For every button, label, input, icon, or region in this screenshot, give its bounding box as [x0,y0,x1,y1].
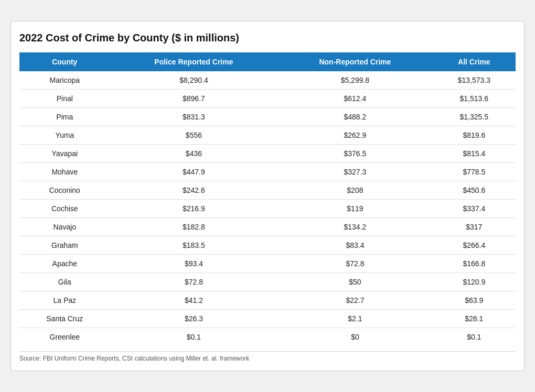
main-container: 2022 Cost of Crime by County ($ in milli… [10,21,525,371]
cell-police: $8,290.4 [110,71,278,90]
cell-police: $182.8 [110,218,278,236]
cell-all: $63.9 [433,291,516,310]
table-row: Yuma$556$262.9$819.6 [19,126,516,145]
cell-police: $242.6 [110,181,278,200]
cell-county: La Paz [19,291,110,310]
cell-nonreported: $376.5 [277,145,432,163]
cell-all: $778.5 [433,163,516,181]
col-header-all: All Crime [433,52,516,71]
cell-all: $1,513.6 [433,90,516,108]
cell-nonreported: $22.7 [277,291,432,310]
cell-police: $216.9 [110,200,278,218]
cell-police: $556 [110,126,278,145]
cell-police: $436 [110,145,278,163]
cell-county: Graham [19,236,110,255]
cell-county: Santa Cruz [19,310,110,328]
cell-county: Apache [19,255,110,273]
cell-nonreported: $262.9 [277,126,432,145]
table-row: Maricopa$8,290.4$5,299.8$13,573.3 [19,71,516,90]
cell-all: $337.4 [433,200,516,218]
cell-county: Navajo [19,218,110,236]
cell-all: $815.4 [433,145,516,163]
table-row: Mohave$447.9$327.3$778.5 [19,163,516,181]
cell-police: $93.4 [110,255,278,273]
table-row: Santa Cruz$26.3$2.1$28.1 [19,310,516,328]
table-row: Greenlee$0.1$0$0.1 [19,328,516,346]
cell-county: Mohave [19,163,110,181]
cell-county: Pima [19,108,110,126]
cell-nonreported: $0 [277,328,432,346]
cell-all: $0.1 [433,328,516,346]
cell-police: $183.5 [110,236,278,255]
table-header-row: County Police Reported Crime Non-Reporte… [19,52,516,71]
cell-police: $896.7 [110,90,278,108]
table-row: Coconino$242.6$208$450.6 [19,181,516,200]
cell-county: Yavapai [19,145,110,163]
table-row: Graham$183.5$83.4$266.4 [19,236,516,255]
cell-all: $1,325.5 [433,108,516,126]
cell-police: $26.3 [110,310,278,328]
cell-nonreported: $134.2 [277,218,432,236]
cell-all: $266.4 [433,236,516,255]
cell-county: Greenlee [19,328,110,346]
cell-nonreported: $50 [277,273,432,291]
cell-nonreported: $2.1 [277,310,432,328]
cell-nonreported: $612.4 [277,90,432,108]
cell-all: $28.1 [433,310,516,328]
cell-county: Coconino [19,181,110,200]
cell-police: $41.2 [110,291,278,310]
cell-all: $120.9 [433,273,516,291]
cell-nonreported: $208 [277,181,432,200]
cell-nonreported: $5,299.8 [277,71,432,90]
cell-police: $447.9 [110,163,278,181]
col-header-county: County [19,52,110,71]
source-note: Source: FBI Uniform Crime Reports, CSI c… [19,351,516,362]
table-row: Gila$72.8$50$120.9 [19,273,516,291]
cell-nonreported: $83.4 [277,236,432,255]
page-title: 2022 Cost of Crime by County ($ in milli… [19,32,516,44]
cell-nonreported: $72.8 [277,255,432,273]
cell-all: $819.6 [433,126,516,145]
col-header-police: Police Reported Crime [110,52,278,71]
cell-police: $72.8 [110,273,278,291]
cell-nonreported: $119 [277,200,432,218]
table-row: La Paz$41.2$22.7$63.9 [19,291,516,310]
cell-all: $450.6 [433,181,516,200]
cell-county: Pinal [19,90,110,108]
cell-all: $166.8 [433,255,516,273]
cell-all: $317 [433,218,516,236]
cell-county: Yuma [19,126,110,145]
cell-police: $0.1 [110,328,278,346]
cell-county: Maricopa [19,71,110,90]
table-row: Pima$831.3$488.2$1,325.5 [19,108,516,126]
cell-nonreported: $327.3 [277,163,432,181]
cell-nonreported: $488.2 [277,108,432,126]
cell-county: Gila [19,273,110,291]
table-row: Yavapai$436$376.5$815.4 [19,145,516,163]
cell-all: $13,573.3 [433,71,516,90]
cell-police: $831.3 [110,108,278,126]
table-body: Maricopa$8,290.4$5,299.8$13,573.3Pinal$8… [19,71,516,346]
crime-table: County Police Reported Crime Non-Reporte… [19,52,516,346]
table-row: Pinal$896.7$612.4$1,513.6 [19,90,516,108]
cell-county: Cochise [19,200,110,218]
col-header-nonreported: Non-Reported Crime [277,52,432,71]
table-row: Navajo$182.8$134.2$317 [19,218,516,236]
table-row: Cochise$216.9$119$337.4 [19,200,516,218]
table-row: Apache$93.4$72.8$166.8 [19,255,516,273]
